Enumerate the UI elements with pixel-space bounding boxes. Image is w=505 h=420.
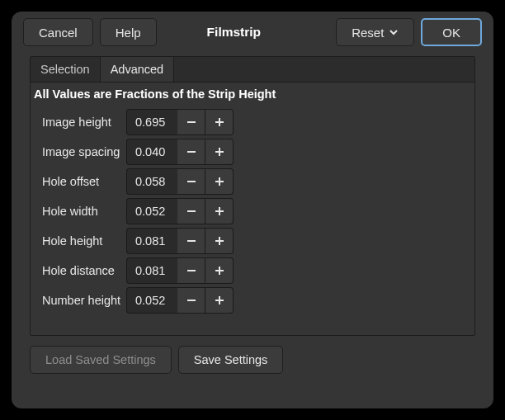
minus-icon: [186, 176, 197, 187]
decrement-button[interactable]: [177, 139, 205, 165]
tab-selection[interactable]: Selection: [31, 57, 101, 82]
param-spinner: [126, 109, 234, 135]
param-label: Hole width: [40, 205, 126, 218]
tab-bar: Selection Advanced: [31, 57, 474, 83]
increment-button[interactable]: [205, 168, 234, 195]
increment-button[interactable]: [205, 287, 234, 314]
increment-button[interactable]: [205, 228, 234, 254]
param-input[interactable]: [126, 109, 177, 135]
param-label: Hole height: [40, 234, 126, 248]
param-label: Image height: [40, 116, 126, 129]
param-row: Image height: [40, 107, 465, 137]
increment-button[interactable]: [205, 109, 234, 135]
dialog-title: Filmstrip: [139, 25, 330, 40]
param-label: Hole distance: [40, 264, 126, 277]
param-input[interactable]: [126, 168, 177, 195]
param-spinner: [126, 139, 234, 165]
plus-icon: [214, 235, 225, 247]
param-input[interactable]: [126, 198, 177, 224]
increment-button[interactable]: [205, 257, 234, 284]
minus-icon: [186, 265, 197, 276]
param-spinner: [126, 198, 234, 224]
param-spinner: [126, 168, 234, 195]
titlebar-right-group: Reset OK: [336, 18, 482, 46]
param-input[interactable]: [126, 228, 177, 254]
minus-icon: [186, 235, 197, 247]
save-settings-button[interactable]: Save Settings: [178, 346, 283, 374]
chevron-down-icon: [389, 27, 399, 37]
plus-icon: [214, 295, 225, 306]
plus-icon: [214, 265, 225, 276]
decrement-button[interactable]: [177, 228, 205, 254]
section-title: All Values are Fractions of the Strip He…: [31, 83, 474, 107]
load-saved-settings-button[interactable]: Load Saved Settings: [30, 346, 172, 374]
plus-icon: [214, 176, 225, 187]
ok-button[interactable]: OK: [421, 18, 482, 46]
content-panel: Selection Advanced All Values are Fracti…: [30, 56, 475, 336]
dialog-window: Cancel Help Filmstrip Reset OK Selection…: [12, 12, 493, 408]
param-row: Number height: [40, 286, 465, 315]
cancel-button[interactable]: Cancel: [23, 18, 93, 46]
minus-icon: [186, 146, 197, 158]
reset-label: Reset: [352, 26, 384, 40]
increment-button[interactable]: [205, 139, 234, 165]
reset-button[interactable]: Reset: [336, 18, 414, 46]
param-row: Hole height: [40, 226, 465, 256]
minus-icon: [186, 205, 197, 217]
plus-icon: [214, 116, 225, 128]
increment-button[interactable]: [205, 198, 234, 224]
param-label: Hole offset: [40, 175, 126, 188]
decrement-button[interactable]: [177, 257, 205, 284]
plus-icon: [214, 146, 225, 158]
decrement-button[interactable]: [177, 198, 205, 224]
tab-advanced[interactable]: Advanced: [101, 57, 175, 82]
param-spinner: [126, 257, 234, 284]
param-row: Image spacing: [40, 137, 465, 167]
param-input[interactable]: [126, 257, 177, 284]
minus-icon: [186, 116, 197, 128]
plus-icon: [214, 205, 225, 217]
param-label: Image spacing: [40, 145, 126, 158]
param-input[interactable]: [126, 287, 177, 314]
param-spinner: [126, 287, 234, 314]
decrement-button[interactable]: [177, 168, 205, 195]
decrement-button[interactable]: [177, 109, 205, 135]
param-input[interactable]: [126, 139, 177, 165]
minus-icon: [186, 295, 197, 306]
param-row: Hole width: [40, 196, 465, 226]
param-row: Hole distance: [40, 256, 465, 286]
param-label: Number height: [40, 294, 126, 307]
param-row: Hole offset: [40, 167, 465, 196]
params-body: Image heightImage spacingHole offsetHole…: [31, 107, 474, 335]
decrement-button[interactable]: [177, 287, 205, 314]
param-spinner: [126, 228, 234, 254]
tab-spacer: [174, 57, 474, 82]
titlebar: Cancel Help Filmstrip Reset OK: [12, 12, 493, 56]
footer: Load Saved Settings Save Settings: [12, 336, 493, 374]
